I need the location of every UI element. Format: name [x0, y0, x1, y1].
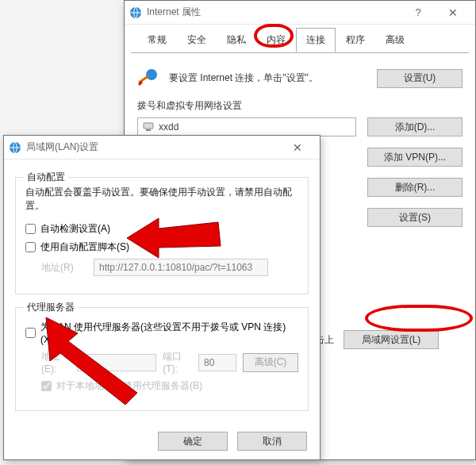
bypass-local-checkbox	[41, 381, 52, 391]
tab-advanced[interactable]: 高级	[375, 28, 415, 52]
wand-icon	[137, 68, 159, 88]
connection-hint: 要设置 Internet 连接，单击"设置"。	[169, 71, 367, 85]
add-vpn-button[interactable]: 添加 VPN(P)...	[367, 148, 463, 167]
globe-icon	[129, 6, 142, 19]
titlebar: Internet 属性 ? ✕	[125, 1, 475, 25]
use-script-label: 使用自动配置脚本(S)	[40, 240, 129, 254]
tab-general[interactable]: 常规	[137, 28, 177, 52]
tab-content[interactable]: 内容	[256, 28, 296, 52]
tab-privacy[interactable]: 隐私	[217, 28, 256, 52]
network-icon	[143, 121, 154, 134]
proxy-address-label: 地址(E):	[41, 350, 71, 375]
proxy-legend: 代理服务器	[24, 301, 78, 314]
use-proxy-label: 为 LAN 使用代理服务器(这些设置不用于拨号或 VPN 连接)(X)	[40, 321, 298, 345]
tab-programs[interactable]: 程序	[336, 28, 375, 52]
use-proxy-row[interactable]: 为 LAN 使用代理服务器(这些设置不用于拨号或 VPN 连接)(X)	[25, 321, 298, 345]
close-button[interactable]: ✕	[436, 2, 470, 24]
bypass-local-row: 对于本地地址不使用代理服务器(B)	[41, 379, 298, 393]
remove-button[interactable]: 删除(R)...	[367, 178, 463, 197]
auto-config-legend: 自动配置	[24, 171, 68, 184]
tab-security[interactable]: 安全	[177, 28, 217, 52]
auto-config-note: 自动配置会覆盖手动设置。要确保使用手动设置，请禁用自动配置。	[25, 186, 298, 213]
auto-detect-label: 自动检测设置(A)	[40, 222, 110, 236]
dialog-title: 局域网(LAN)设置	[26, 140, 98, 154]
setup-button[interactable]: 设置(U)	[377, 69, 463, 88]
tabs: 常规 安全 隐私 内容 连接 程序 高级	[131, 28, 469, 52]
proxy-port-label: 端口(T):	[163, 350, 192, 375]
settings-button[interactable]: 设置(S)	[367, 208, 463, 227]
script-address-label: 地址(R)	[41, 261, 89, 275]
cancel-button[interactable]: 取消	[237, 432, 307, 451]
titlebar: 局域网(LAN)设置 ✕	[4, 136, 320, 159]
auto-detect-row[interactable]: 自动检测设置(A)	[25, 222, 298, 236]
tab-connections[interactable]: 连接	[296, 28, 336, 52]
help-button[interactable]: ?	[401, 6, 436, 18]
ok-button[interactable]: 确定	[158, 432, 228, 451]
use-proxy-checkbox[interactable]	[25, 328, 36, 338]
lan-settings-button[interactable]: 局域网设置(L)	[344, 330, 439, 349]
dialup-listbox[interactable]: xxdd	[137, 117, 356, 136]
bypass-local-label: 对于本地地址不使用代理服务器(B)	[56, 379, 202, 393]
lan-settings-dialog: 局域网(LAN)设置 ✕ 自动配置 自动配置会覆盖手动设置。要确保使用手动设置，…	[3, 135, 321, 460]
auto-config-group: 自动配置 自动配置会覆盖手动设置。要确保使用手动设置，请禁用自动配置。 自动检测…	[15, 177, 309, 294]
add-button[interactable]: 添加(D)...	[367, 117, 463, 136]
proxy-address-input	[77, 354, 156, 371]
svg-rect-3	[146, 129, 151, 131]
use-script-checkbox[interactable]	[25, 242, 36, 252]
close-button[interactable]: ✕	[280, 136, 315, 159]
use-script-row[interactable]: 使用自动配置脚本(S)	[25, 240, 298, 254]
proxy-advanced-button: 高级(C)	[243, 353, 298, 372]
auto-detect-checkbox[interactable]	[25, 224, 36, 234]
window-title: Internet 属性	[147, 6, 201, 19]
dialup-label: 拨号和虚拟专用网络设置	[137, 99, 463, 113]
svg-rect-2	[144, 123, 153, 129]
proxy-group: 代理服务器 为 LAN 使用代理服务器(这些设置不用于拨号或 VPN 连接)(X…	[15, 307, 309, 411]
globe-icon	[9, 141, 21, 154]
script-address-input	[94, 259, 268, 276]
proxy-port-input	[198, 354, 236, 371]
dialup-item: xxdd	[159, 121, 178, 133]
svg-point-1	[146, 69, 157, 80]
